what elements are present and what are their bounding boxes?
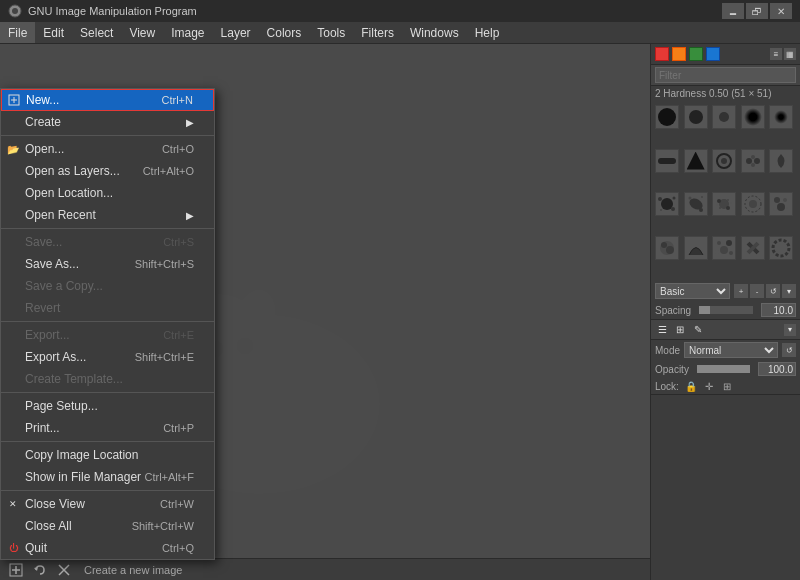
- svg-point-35: [726, 206, 730, 210]
- new-file-icon: [6, 92, 22, 108]
- menu-item-open-location[interactable]: Open Location...: [1, 182, 214, 204]
- brush-cell-9[interactable]: [741, 149, 765, 173]
- color-red[interactable]: [655, 47, 669, 61]
- brush-cell-10[interactable]: [769, 149, 793, 173]
- menu-image[interactable]: Image: [163, 22, 212, 43]
- revert-label: Revert: [25, 301, 60, 315]
- brush-filter-input[interactable]: [655, 67, 796, 83]
- paths-icon[interactable]: ✎: [691, 323, 705, 337]
- title-bar: GNU Image Manipulation Program 🗕 🗗 ✕: [0, 0, 800, 22]
- save-as-label: Save As...: [25, 257, 79, 271]
- menu-item-create[interactable]: Create ▶: [1, 111, 214, 133]
- color-orange[interactable]: [672, 47, 686, 61]
- menu-item-export-as[interactable]: Export As... Shift+Ctrl+E: [1, 346, 214, 368]
- menu-layer[interactable]: Layer: [213, 22, 259, 43]
- brush-list-view[interactable]: ≡: [770, 48, 782, 60]
- brush-grid-view[interactable]: ▦: [784, 48, 796, 60]
- quit-label: Quit: [25, 541, 47, 555]
- menu-item-show-file-manager[interactable]: Show in File Manager Ctrl+Alt+F: [1, 466, 214, 488]
- menu-windows[interactable]: Windows: [402, 22, 467, 43]
- lock-all-icon[interactable]: ⊞: [721, 380, 733, 392]
- brush-cell-17[interactable]: [684, 236, 708, 260]
- brush-cell-5[interactable]: [769, 105, 793, 129]
- menu-file[interactable]: File: [0, 22, 35, 43]
- brush-cell-12[interactable]: [684, 192, 708, 216]
- brush-cell-8[interactable]: [712, 149, 736, 173]
- close-button[interactable]: ✕: [770, 3, 792, 19]
- menu-bar: File Edit Select View Image Layer Colors…: [0, 22, 800, 44]
- brush-refresh[interactable]: ↺: [766, 284, 780, 298]
- brush-cell-20[interactable]: [769, 236, 793, 260]
- brush-cell-14[interactable]: [741, 192, 765, 216]
- menu-view[interactable]: View: [121, 22, 163, 43]
- brush-panel-icons: ≡ ▦: [770, 48, 796, 60]
- minimize-button[interactable]: 🗕: [722, 3, 744, 19]
- color-green[interactable]: [689, 47, 703, 61]
- opacity-label: Opacity: [655, 364, 689, 375]
- mode-menu[interactable]: ↺: [782, 343, 796, 357]
- brush-cell-4[interactable]: [741, 105, 765, 129]
- cancel-icon[interactable]: [56, 562, 72, 578]
- brush-zoom-out[interactable]: -: [750, 284, 764, 298]
- maximize-button[interactable]: 🗗: [746, 3, 768, 19]
- menu-help[interactable]: Help: [467, 22, 508, 43]
- separator-6: [1, 490, 214, 491]
- menu-item-open-recent[interactable]: Open Recent ▶: [1, 204, 214, 226]
- menu-item-open-layers[interactable]: Open as Layers... Ctrl+Alt+O: [1, 160, 214, 182]
- layers-icon[interactable]: ☰: [655, 323, 669, 337]
- menu-item-page-setup[interactable]: Page Setup...: [1, 395, 214, 417]
- menu-item-open[interactable]: 📂 Open... Ctrl+O: [1, 138, 214, 160]
- open-recent-label: Open Recent: [25, 208, 96, 222]
- brush-cell-7[interactable]: [684, 149, 708, 173]
- menu-item-save-as[interactable]: Save As... Shift+Ctrl+S: [1, 253, 214, 275]
- channels-icon[interactable]: ⊞: [673, 323, 687, 337]
- lock-pixels-icon[interactable]: 🔒: [685, 380, 697, 392]
- brush-cell-13[interactable]: [712, 192, 736, 216]
- svg-point-54: [729, 251, 733, 255]
- menu-colors[interactable]: Colors: [259, 22, 310, 43]
- menu-item-revert[interactable]: Revert: [1, 297, 214, 319]
- brush-type-select[interactable]: Basic: [655, 283, 730, 299]
- opacity-value-input[interactable]: [758, 362, 796, 376]
- brush-cell-3[interactable]: [712, 105, 736, 129]
- file-manager-shortcut: Ctrl+Alt+F: [144, 471, 194, 483]
- undo-icon[interactable]: [32, 562, 48, 578]
- menu-item-close-view[interactable]: ✕ Close View Ctrl+W: [1, 493, 214, 515]
- menu-filters[interactable]: Filters: [353, 22, 402, 43]
- brush-cell-6[interactable]: [655, 149, 679, 173]
- menu-item-export[interactable]: Export... Ctrl+E: [1, 324, 214, 346]
- brush-cell-19[interactable]: [741, 236, 765, 260]
- status-bar: Create a new image: [0, 558, 650, 580]
- menu-item-save[interactable]: Save... Ctrl+S: [1, 231, 214, 253]
- menu-item-save-copy[interactable]: Save a Copy...: [1, 275, 214, 297]
- layers-panel: ☰ ⊞ ✎ ▾ Mode Normal ↺ Opacity: [651, 320, 800, 395]
- menu-item-create-template[interactable]: Create Template...: [1, 368, 214, 390]
- color-blue[interactable]: [706, 47, 720, 61]
- brush-zoom-in[interactable]: +: [734, 284, 748, 298]
- new-image-icon[interactable]: [8, 562, 24, 578]
- copy-location-label: Copy Image Location: [25, 448, 138, 462]
- open-label: Open...: [25, 142, 64, 156]
- menu-item-new[interactable]: New... Ctrl+N: [1, 89, 214, 111]
- menu-edit[interactable]: Edit: [35, 22, 72, 43]
- menu-tools[interactable]: Tools: [309, 22, 353, 43]
- menu-item-quit[interactable]: ⏻ Quit Ctrl+Q: [1, 537, 214, 559]
- print-shortcut: Ctrl+P: [163, 422, 194, 434]
- brush-cell-15[interactable]: [769, 192, 793, 216]
- panel-config-icon[interactable]: ▾: [784, 324, 796, 336]
- brush-cell-18[interactable]: [712, 236, 736, 260]
- spacing-value-input[interactable]: [761, 303, 796, 317]
- menu-item-print[interactable]: Print... Ctrl+P: [1, 417, 214, 439]
- menu-item-close-all[interactable]: Close All Shift+Ctrl+W: [1, 515, 214, 537]
- brush-cell-1[interactable]: [655, 105, 679, 129]
- lock-position-icon[interactable]: ✛: [703, 380, 715, 392]
- brush-menu[interactable]: ▾: [782, 284, 796, 298]
- mode-select[interactable]: Normal: [684, 342, 778, 358]
- svg-point-25: [658, 197, 662, 201]
- brush-cell-11[interactable]: [655, 192, 679, 216]
- brush-cell-16[interactable]: [655, 236, 679, 260]
- svg-point-23: [751, 163, 755, 167]
- menu-item-copy-location[interactable]: Copy Image Location: [1, 444, 214, 466]
- menu-select[interactable]: Select: [72, 22, 121, 43]
- brush-cell-2[interactable]: [684, 105, 708, 129]
